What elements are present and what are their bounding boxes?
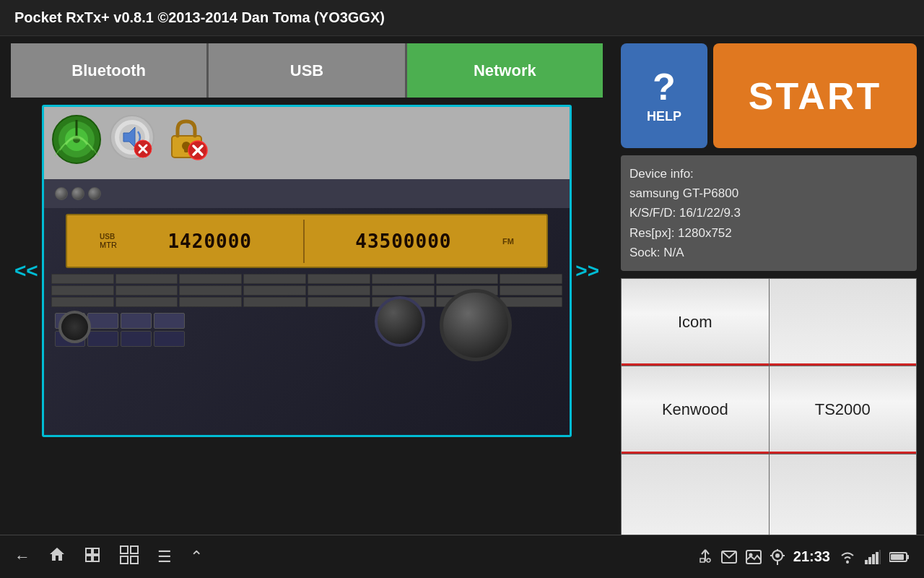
svg-rect-19 [93,548,99,554]
signal-bars-icon [865,550,881,564]
svg-rect-18 [86,548,92,554]
gps-status-icon [770,549,785,565]
bottom-status-bar: ← ☰ ⌃ [0,535,924,578]
status-right: 21:33 [698,548,910,566]
device-sock: Sock: N/A [629,243,908,262]
help-label: HELP [647,109,681,124]
network-button[interactable]: Network [407,43,603,98]
svg-rect-14 [184,146,188,152]
device-model: samsung GT-P6800 [629,184,908,203]
start-button[interactable]: START [713,43,917,148]
device-info-label: Device info: [629,164,908,184]
svg-rect-23 [131,546,138,553]
svg-rect-21 [93,556,99,561]
speaker-muted-icon [109,114,156,161]
time-display: 21:33 [793,548,830,565]
radio-cell-kenwood[interactable]: Kenwood [622,366,769,453]
connection-buttons: Bluetooth USB Network [11,43,603,98]
right-panel: ? HELP START Device info: samsung GT-P68… [614,36,924,549]
svg-rect-42 [868,557,871,564]
top-bar: Pocket RxTx+ v0.8.1 ©2013-2014 Dan Toma … [0,0,924,36]
signal-icon [51,114,102,165]
device-res: Res[px]: 1280x752 [629,223,908,243]
lock-icon [163,114,210,161]
top-action-buttons: ? HELP START [621,43,917,148]
radio-selection-grid: Icom Kenwood TS2000 [621,278,917,542]
left-panel: Bluetooth USB Network << [0,36,614,549]
bluetooth-button[interactable]: Bluetooth [11,43,209,98]
radio-cell-empty-2[interactable] [622,454,769,541]
main-content: Bluetooth USB Network << [0,36,924,549]
device-info-panel: Device info: samsung GT-P6800 K/S/F/D: 1… [621,155,917,271]
usb-status-icon [698,548,712,566]
svg-rect-41 [865,560,868,564]
svg-rect-47 [907,555,909,559]
prev-radio-button[interactable]: << [11,259,42,282]
svg-rect-22 [121,546,128,553]
grid-icon[interactable] [119,545,139,569]
recent-apps-icon[interactable] [84,546,101,568]
svg-rect-48 [891,554,904,560]
frequency-1: 1420000 [167,230,252,252]
radio-wrapper: << [11,105,603,437]
frequency-2: 43500000 [355,230,451,252]
svg-rect-20 [86,556,92,561]
svg-point-35 [775,553,780,558]
device-ksfd: K/S/F/D: 16/1/22/9.3 [629,203,908,223]
svg-rect-43 [872,554,875,564]
radio-display: USB MTR 1420000 43500000 FM [66,214,549,268]
radio-cell-ts2000[interactable]: TS2000 [770,366,917,453]
svg-rect-30 [707,558,710,562]
help-button[interactable]: ? HELP [621,43,707,148]
menu-icon[interactable]: ☰ [157,548,172,566]
back-icon[interactable]: ← [14,548,30,566]
up-icon[interactable]: ⌃ [190,548,203,566]
kenwood-radio-body: USB MTR 1420000 43500000 FM [44,179,570,435]
home-icon[interactable] [48,546,66,568]
navigation-icons: ← ☰ ⌃ [14,545,203,569]
svg-rect-24 [121,556,128,564]
svg-rect-45 [879,550,881,564]
status-icons [51,114,210,165]
radio-cell-icom[interactable]: Icom [622,279,769,366]
radio-cell-empty-3[interactable] [770,454,917,541]
usb-button[interactable]: USB [209,43,406,98]
image-status-icon [746,550,762,564]
svg-rect-25 [131,556,138,564]
help-question-mark: ? [653,68,676,105]
battery-icon [889,551,910,563]
svg-rect-29 [700,558,705,562]
next-radio-button[interactable]: >> [572,259,603,282]
radio-cell-empty-1[interactable] [770,279,917,366]
app-title: Pocket RxTx+ v0.8.1 ©2013-2014 Dan Toma … [14,9,385,26]
svg-rect-44 [876,552,879,564]
email-status-icon [721,551,737,564]
radio-image-area: USB MTR 1420000 43500000 FM [42,105,572,437]
wifi-icon [839,550,856,564]
svg-point-40 [846,561,849,564]
